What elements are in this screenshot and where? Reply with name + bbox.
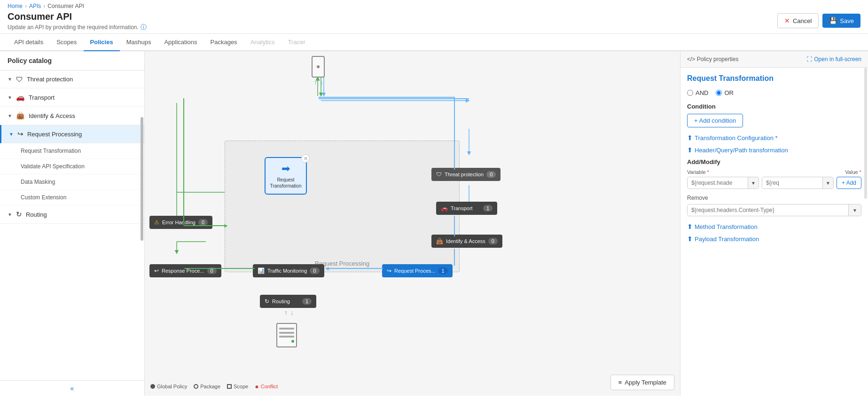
- value-input[interactable]: [762, 177, 822, 189]
- connector-h-blue1: [326, 268, 383, 269]
- threat-count: 0: [486, 171, 496, 178]
- chevron-right-icon: ▼: [8, 77, 12, 82]
- apply-template-button[interactable]: ≡ Apply Template: [610, 375, 674, 390]
- sidebar-subitem-custom-ext[interactable]: Custom Extension: [0, 190, 144, 205]
- request-processing-box: Request Processing: [225, 141, 460, 272]
- add-condition-button[interactable]: + Add condition: [687, 114, 743, 127]
- payload-arrow-icon: ⬆: [687, 235, 693, 243]
- breadcrumb-sep2: ›: [43, 3, 45, 9]
- and-radio-option[interactable]: AND: [687, 89, 708, 96]
- top-bar: Home › APIs › Consumer API Consumer API …: [0, 0, 868, 34]
- and-or-group: AND OR: [687, 89, 861, 96]
- sidebar-subitem-data-masking[interactable]: Data Masking: [0, 174, 144, 190]
- payload-transform-title[interactable]: ⬆ Payload Transformation: [687, 235, 861, 243]
- connector-green-resp: [184, 268, 255, 269]
- cancel-button[interactable]: ✕ Cancel: [777, 13, 819, 28]
- add-variable-button[interactable]: + Add: [837, 177, 861, 189]
- sidebar-subitem-validate[interactable]: Validate API Specification: [0, 159, 144, 174]
- resp-proc-icon: ↩: [154, 267, 159, 274]
- right-panel-scrollbar[interactable]: [864, 68, 867, 199]
- prop-section-title: Request Transformation: [687, 74, 861, 83]
- req-transform-node[interactable]: ✕ ➡ RequestTransformation: [265, 157, 307, 195]
- error-icon: ⚠: [154, 219, 159, 226]
- error-handling-label: Error Handling: [162, 220, 195, 225]
- sidebar-collapse-button[interactable]: «: [0, 380, 144, 396]
- variable-value-row: ▼ ▼ + Add: [687, 177, 861, 189]
- threat-protection-node[interactable]: 🛡 Threat protection 0: [431, 168, 500, 181]
- method-transform-title[interactable]: ⬆ Method Transformation: [687, 223, 861, 230]
- variable-input[interactable]: [688, 177, 748, 189]
- transformation-config-section: ⬆ Transformation Configuration *: [687, 134, 861, 142]
- tab-packages[interactable]: Packages: [204, 34, 244, 51]
- identify-icon: 👜: [16, 111, 25, 120]
- tab-applications[interactable]: Applications: [157, 34, 203, 51]
- variable-label: Variable *: [687, 169, 709, 175]
- transport-icon: 🚗: [16, 93, 25, 102]
- identify-access-node[interactable]: 👜 Identify & Access 0: [431, 235, 502, 248]
- fullscreen-button[interactable]: ⛶ Open in full-screen: [806, 56, 861, 63]
- sidebar-item-request-processing[interactable]: ▼ ↪ Request Processing: [0, 125, 144, 143]
- or-radio[interactable]: [716, 90, 722, 96]
- routing-node[interactable]: ↻ Routing 1: [260, 295, 316, 308]
- header-query-title[interactable]: ⬆ Header/Query/Path transformation: [687, 146, 861, 154]
- traffic-monitoring-node[interactable]: 📊 Traffic Monitoring 0: [253, 264, 324, 277]
- traffic-label: Traffic Monitoring: [267, 268, 307, 274]
- remove-input[interactable]: [688, 204, 848, 216]
- request-proc-node[interactable]: ↪ Request Proces... 1: [382, 264, 453, 277]
- canvas-legend: Global Policy Package Scope ● Conflict: [150, 383, 278, 390]
- traffic-count: 0: [310, 267, 319, 274]
- identify-access-label: Identify & Access: [446, 238, 485, 244]
- help-icon[interactable]: ⓘ: [141, 23, 147, 31]
- cancel-x-icon: ✕: [784, 17, 790, 24]
- routing-node-icon: ↻: [265, 298, 269, 305]
- sidebar-subitem-req-transform[interactable]: Request Transformation: [0, 143, 144, 159]
- sidebar-item-label-req-proc: Request Processing: [27, 131, 82, 138]
- error-handling-node[interactable]: ⚠ Error Handling 0: [149, 216, 212, 229]
- tabs-bar: API details Scopes Policies Mashups Appl…: [0, 34, 868, 51]
- connector-blue-arrow1: ◄: [324, 265, 330, 272]
- tab-policies[interactable]: Policies: [84, 34, 120, 51]
- canvas-area: ↑ ↓ ⚠ Error Handling 0 Request Processin…: [145, 51, 680, 396]
- tab-analytics: Analytics: [244, 34, 282, 51]
- value-label: Value *: [845, 169, 861, 175]
- right-panel-content: Request Transformation AND OR Condition …: [680, 68, 868, 396]
- variable-input-group: ▼: [687, 177, 759, 189]
- and-radio[interactable]: [687, 90, 693, 96]
- identify-count: 0: [488, 238, 498, 244]
- server-icon: [276, 323, 297, 347]
- threat-icon: 🛡: [16, 75, 23, 83]
- transformation-config-title[interactable]: ⬆ Transformation Configuration *: [687, 134, 861, 142]
- condition-section: Condition + Add condition: [687, 103, 861, 127]
- chevron-routing-icon: ▼: [8, 212, 12, 217]
- chevron-identify-icon: ▼: [8, 113, 12, 118]
- response-proc-node[interactable]: ↩ Response Proce... 0: [149, 264, 221, 277]
- variable-dropdown-arrow[interactable]: ▼: [748, 177, 759, 189]
- sidebar-item-transport[interactable]: ▼ 🚗 Transport: [0, 88, 144, 107]
- req-transform-arrow-icon: ➡: [282, 163, 290, 175]
- breadcrumb-home[interactable]: Home: [8, 3, 23, 9]
- connector-right-v3: [454, 249, 455, 266]
- traffic-icon: 📊: [258, 267, 265, 274]
- save-button[interactable]: 💾 Save: [822, 14, 860, 28]
- main-layout: Policy catalog ▼ 🛡 Threat protection ▼ 🚗…: [0, 51, 868, 396]
- sidebar-scrollbar[interactable]: [141, 117, 143, 241]
- connector-right-v2: [454, 216, 455, 236]
- req-transform-close[interactable]: ✕: [301, 154, 310, 163]
- sidebar-item-threat-protection[interactable]: ▼ 🛡 Threat protection: [0, 71, 144, 88]
- tab-api-details[interactable]: API details: [8, 34, 50, 51]
- top-connector: [319, 98, 469, 99]
- or-radio-option[interactable]: OR: [716, 89, 734, 96]
- transport-node-icon: 🚗: [441, 205, 448, 212]
- remove-label: Remove: [687, 195, 861, 201]
- remove-section: Remove ▼: [687, 195, 861, 216]
- sidebar-item-routing[interactable]: ▼ ↻ Routing: [0, 205, 144, 224]
- tab-scopes[interactable]: Scopes: [50, 34, 83, 51]
- tab-mashups[interactable]: Mashups: [120, 34, 158, 51]
- transport-node[interactable]: 🚗 Transport 1: [436, 202, 497, 215]
- value-dropdown-arrow[interactable]: ▼: [822, 177, 833, 189]
- sidebar-item-identify-access[interactable]: ▼ 👜 Identify & Access: [0, 107, 144, 125]
- breadcrumb-apis[interactable]: APIs: [29, 3, 41, 9]
- remove-dropdown-arrow[interactable]: ▼: [848, 204, 861, 216]
- method-transform-section: ⬆ Method Transformation: [687, 223, 861, 230]
- breadcrumb-sep1: ›: [25, 3, 27, 9]
